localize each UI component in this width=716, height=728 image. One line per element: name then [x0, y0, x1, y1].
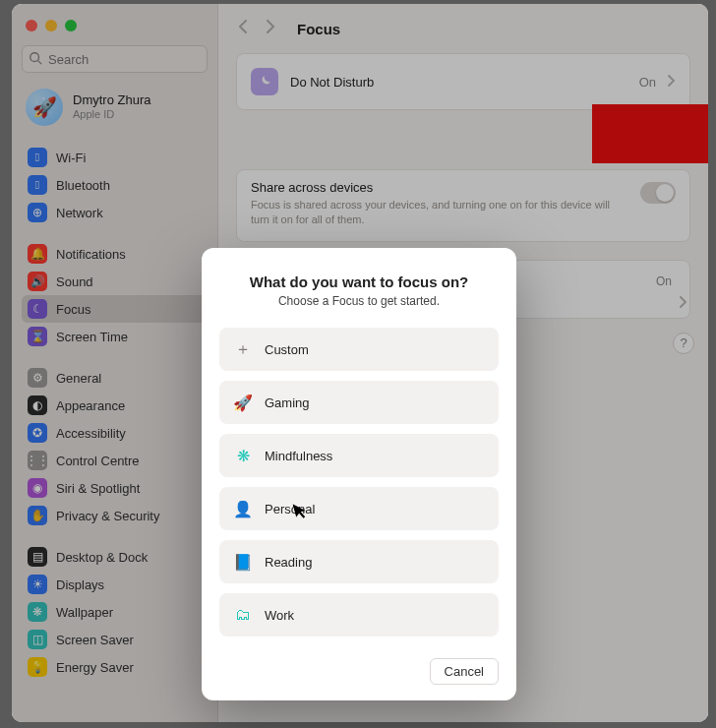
work-icon: 🗂 [233, 605, 253, 625]
modal-title: What do you want to focus on? [219, 273, 499, 290]
sidebar-item-notifications[interactable]: 🔔Notifications [22, 240, 208, 268]
displays-icon: ☀ [28, 575, 47, 594]
dnd-label: Do Not Disturb [290, 75, 627, 90]
sidebar-item-control-centre[interactable]: ⋮⋮Control Centre [22, 447, 208, 474]
sidebar-item-privacy-security[interactable]: ✋Privacy & Security [22, 502, 208, 529]
wifi-icon: 󰖩 [28, 148, 47, 167]
sidebar-item-network[interactable]: ⊕Network [22, 199, 208, 226]
sidebar-item-screen-saver[interactable]: ◫Screen Saver [22, 626, 208, 653]
maximize-icon[interactable] [65, 20, 77, 31]
sidebar-item-label: Wallpaper [56, 605, 113, 620]
focus-option-label: Work [265, 608, 294, 623]
focus-option-label: Reading [265, 555, 312, 570]
profile-row[interactable]: 🚀 Dmytro Zhura Apple ID [22, 83, 208, 140]
control-centre-icon: ⋮⋮ [28, 451, 47, 470]
add-focus-button[interactable]: Add Focus... [599, 128, 686, 152]
share-title: Share across devices [251, 180, 630, 195]
sidebar-item-label: Siri & Spotlight [56, 481, 140, 496]
sidebar-item-accessibility[interactable]: ✪Accessibility [22, 419, 208, 447]
sidebar-item-label: Displays [56, 577, 104, 592]
search-container [22, 45, 208, 73]
sidebar-item-screen-time[interactable]: ⌛Screen Time [22, 323, 208, 350]
siri-spotlight-icon: ◉ [28, 478, 47, 498]
sound-icon: 🔊 [28, 272, 47, 291]
sidebar-item-general[interactable]: ⚙General [22, 364, 208, 392]
chevron-right-icon [680, 294, 687, 312]
energy-saver-icon: 💡 [28, 657, 47, 677]
screen-saver-icon: ◫ [28, 630, 47, 649]
dnd-status: On [639, 75, 656, 90]
screen-time-icon: ⌛ [28, 327, 47, 346]
sidebar-item-wifi[interactable]: 󰖩Wi-Fi [22, 144, 208, 171]
focus-option-personal[interactable]: 👤Personal [219, 487, 499, 530]
personal-icon: 👤 [233, 499, 253, 518]
focus-status-value: On [656, 274, 672, 288]
sidebar-item-label: Screen Time [56, 330, 128, 344]
focus-option-label: Gaming [265, 395, 310, 410]
focus-option-label: Custom [265, 342, 309, 357]
sidebar-item-label: General [56, 371, 101, 386]
sidebar-item-label: Energy Saver [56, 660, 134, 675]
reading-icon: 📘 [233, 552, 253, 572]
svg-line-1 [38, 61, 42, 65]
sidebar-item-label: Network [56, 206, 103, 220]
sidebar-item-wallpaper[interactable]: ❋Wallpaper [22, 598, 208, 626]
sidebar-item-label: Wi-Fi [56, 151, 86, 165]
focus-option-label: Personal [265, 502, 315, 516]
sidebar-item-bluetooth[interactable]: 󰂯Bluetooth [22, 171, 208, 199]
gaming-icon: 🚀 [233, 393, 253, 412]
focus-option-work[interactable]: 🗂Work [219, 593, 499, 637]
search-input[interactable] [22, 45, 208, 73]
focus-option-reading[interactable]: 📘Reading [219, 540, 499, 583]
add-focus-modal: What do you want to focus on? Choose a F… [202, 248, 516, 700]
network-icon: ⊕ [28, 203, 47, 222]
dnd-row[interactable]: Do Not Disturb On [237, 54, 689, 109]
sidebar-item-label: Notifications [56, 247, 126, 262]
cancel-button[interactable]: Cancel [430, 658, 499, 685]
wallpaper-icon: ❋ [28, 602, 47, 622]
profile-sub: Apple ID [73, 108, 150, 121]
share-panel: Share across devices Focus is shared acr… [236, 169, 690, 242]
dnd-panel: Do Not Disturb On [236, 53, 690, 110]
accessibility-icon: ✪ [28, 423, 47, 443]
general-icon: ⚙ [28, 368, 47, 388]
privacy-security-icon: ✋ [28, 506, 47, 525]
avatar: 🚀 [26, 89, 63, 126]
sidebar-item-label: Privacy & Security [56, 509, 159, 523]
minimize-icon[interactable] [45, 20, 57, 31]
sidebar-item-label: Accessibility [56, 426, 126, 441]
custom-icon: ＋ [233, 339, 253, 359]
help-button[interactable]: ? [673, 333, 694, 354]
sidebar-item-label: Desktop & Dock [56, 550, 148, 565]
sidebar-item-label: Appearance [56, 398, 125, 413]
sidebar-item-appearance[interactable]: ◐Appearance [22, 392, 208, 419]
profile-name: Dmytro Zhura [73, 93, 150, 108]
nav-forward-icon[interactable] [264, 20, 277, 37]
sidebar-item-label: Bluetooth [56, 178, 110, 193]
moon-icon [251, 68, 278, 95]
close-icon[interactable] [26, 20, 37, 31]
modal-subtitle: Choose a Focus to get started. [219, 294, 499, 308]
main-header: Focus [236, 14, 690, 53]
focus-option-gaming[interactable]: 🚀Gaming [219, 381, 499, 424]
appearance-icon: ◐ [28, 395, 47, 415]
sidebar-item-label: Screen Saver [56, 633, 134, 647]
share-desc: Focus is shared across your devices, and… [251, 198, 630, 227]
sidebar: 🚀 Dmytro Zhura Apple ID 󰖩Wi-Fi󰂯Bluetooth… [12, 4, 218, 722]
sidebar-item-label: Sound [56, 274, 93, 289]
focus-option-custom[interactable]: ＋Custom [219, 328, 499, 371]
nav-back-icon[interactable] [236, 20, 250, 37]
share-toggle[interactable] [640, 182, 676, 204]
focus-option-label: Mindfulness [265, 449, 332, 463]
sidebar-item-desktop-dock[interactable]: ▤Desktop & Dock [22, 543, 208, 571]
sidebar-item-siri-spotlight[interactable]: ◉Siri & Spotlight [22, 474, 208, 502]
focus-option-mindfulness[interactable]: ❋Mindfulness [219, 434, 499, 477]
sidebar-item-energy-saver[interactable]: 💡Energy Saver [22, 653, 208, 681]
sidebar-item-focus[interactable]: ☾Focus [22, 295, 208, 323]
sidebar-item-displays[interactable]: ☀Displays [22, 571, 208, 598]
bluetooth-icon: 󰂯 [28, 175, 47, 195]
sidebar-item-sound[interactable]: 🔊Sound [22, 268, 208, 295]
svg-point-0 [30, 53, 39, 62]
search-icon [29, 51, 42, 68]
page-title: Focus [297, 21, 340, 37]
